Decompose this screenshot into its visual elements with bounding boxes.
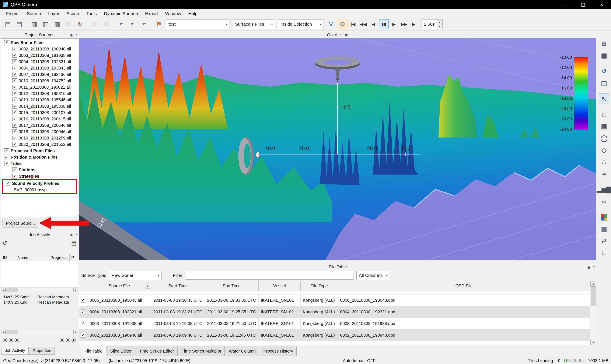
ellipse-select-icon[interactable]: ◯ — [599, 133, 609, 143]
column-header-end-time[interactable]: End Time — [205, 281, 259, 291]
tree-item-0014-20110308-195838-all[interactable]: ✓0014_20110308_195838.all — [1, 103, 78, 109]
play-icon[interactable]: ▶ — [389, 19, 399, 29]
checkbox-icon[interactable]: ✓ — [81, 310, 85, 314]
job-list-hscrollbar[interactable]: ◂ ▸ — [1, 288, 78, 292]
vessel-setup-icon[interactable]: ⚑ — [153, 19, 165, 29]
tab-process-history[interactable]: Process History — [260, 346, 297, 356]
checkbox-icon[interactable]: ✓ — [12, 142, 17, 147]
tree-item-strategies[interactable]: ✓Strategies — [1, 173, 78, 179]
svp-editor-icon[interactable]: ≈ — [115, 19, 127, 29]
tree-item-raw-sonar-files[interactable]: ✓Raw Sonar Files — [1, 39, 78, 46]
vessel-config-select[interactable]: test ▾ — [166, 20, 230, 29]
3d-scene[interactable]: 3142 40.0 20.0 20.0 40.0 -5.0 — [79, 38, 596, 260]
column-header-vessel[interactable]: Vessel — [259, 281, 301, 291]
menu-layer[interactable]: Layer — [45, 9, 63, 18]
checkbox-icon[interactable]: ✓ — [4, 148, 9, 153]
slice-tool-icon[interactable]: ▱ — [599, 196, 609, 207]
tab-properties[interactable]: Properties — [29, 347, 55, 355]
job-log-hscrollbar[interactable]: ◂ ▸ — [1, 330, 78, 334]
checkbox-icon[interactable]: ✓ — [12, 78, 17, 83]
tree-item-0011-20110308-195021-all[interactable]: ✓0011_20110308_195021.all — [1, 84, 78, 90]
checkbox-icon[interactable]: ✓ — [12, 59, 17, 64]
job-log-icon[interactable]: ▤ — [71, 240, 76, 247]
scroll-up-icon[interactable]: ▲ — [590, 281, 596, 286]
menu-help[interactable]: Help — [185, 9, 201, 18]
filter-input[interactable] — [186, 271, 353, 280]
checkbox-icon[interactable]: ✓ — [81, 321, 85, 326]
checkbox-icon[interactable]: ✓ — [12, 47, 17, 51]
scroll-left-icon[interactable]: ◂ — [1, 330, 5, 334]
sort-dropdown-icon[interactable]: ▾ — [145, 283, 150, 289]
swap-views-icon[interactable]: ⇄ — [599, 235, 609, 246]
checkbox-icon[interactable]: ✓ — [12, 123, 17, 128]
svp-apply-icon[interactable]: ≈ — [127, 19, 138, 29]
scene-canvas[interactable]: 3142 40.0 20.0 20.0 40.0 -5.0 — [79, 38, 596, 260]
import-processed-icon[interactable]: ▥ — [28, 19, 40, 29]
checkbox-icon[interactable]: ✓ — [12, 85, 17, 90]
checkbox-icon[interactable]: ✓ — [12, 72, 17, 77]
tree-item-position-motion-files[interactable]: ✓Position & Motion Files — [1, 154, 78, 160]
histogram-tool-icon[interactable]: ▂▅▇ — [599, 184, 609, 195]
tree-item-0013-20110308-195546-all[interactable]: ✓0013_20110308_195546.all — [1, 97, 78, 103]
handles-select-icon[interactable]: ▣ — [599, 121, 609, 132]
tree-item-0017-20110308-200646-all[interactable]: ✓0017_20110308_200646.all — [1, 122, 78, 129]
checkbox-icon[interactable]: ✓ — [12, 104, 17, 109]
zoom-extents-icon[interactable]: ◫ — [599, 78, 609, 88]
scrollbar-thumb[interactable] — [591, 286, 596, 306]
rescan-sources-icon[interactable]: ↻ — [74, 19, 86, 29]
close-panel-icon[interactable]: × — [593, 265, 595, 269]
file-table-scrollbar[interactable]: ▲ ▼ — [590, 281, 596, 345]
tab-file-table[interactable]: File Table — [81, 346, 106, 356]
skip-end-icon[interactable]: ▶| — [409, 19, 419, 29]
checkbox-icon[interactable]: ✓ — [12, 168, 17, 172]
tree-item-0002-20110308-190940-all[interactable]: ✓0002_20110308_190940.all — [1, 46, 78, 52]
pause-icon[interactable]: ▮▮ — [379, 19, 389, 29]
tree-item-tides[interactable]: ✓Tides — [1, 160, 78, 167]
tree-item-0018-20110308-200946-all[interactable]: ✓0018_20110308_200946.all — [1, 129, 78, 135]
close-panel-icon[interactable]: × — [75, 233, 77, 237]
profile-tool-icon[interactable]: ≈ — [599, 169, 609, 179]
tab-time-series-editor[interactable]: Time Series Editor — [135, 346, 178, 356]
scrollbar-thumb[interactable] — [5, 330, 18, 334]
checkbox-icon[interactable]: ✓ — [12, 136, 17, 140]
menu-window[interactable]: Window — [162, 9, 185, 18]
new-project-icon[interactable]: ▤ — [2, 19, 13, 29]
source-type-select[interactable]: Raw Sonar ▾ — [109, 271, 162, 280]
checkbox-icon[interactable]: ✓ — [4, 40, 9, 45]
tab-job-activity[interactable]: Job Activity — [1, 347, 29, 355]
minimize-button[interactable]: — — [555, 0, 574, 9]
process-configure-icon[interactable]: ▥ — [40, 19, 51, 29]
maximize-button[interactable]: □ — [574, 0, 592, 9]
column-header-source-file[interactable]: Source File▾ — [87, 281, 151, 291]
scatter-select-icon[interactable]: ∴ — [599, 157, 609, 167]
tree-item-processed-point-files[interactable]: ✓Processed Point Files — [1, 148, 78, 154]
tree-item-stations[interactable]: ✓Stations — [1, 167, 78, 173]
checkbox-icon[interactable]: ✓ — [81, 298, 85, 302]
checkbox-icon[interactable]: ✓ — [6, 181, 10, 186]
rewind-icon[interactable]: ◀◀ — [358, 19, 369, 29]
tree-item-0004-20110308-192321-all[interactable]: ✓0004_20110308_192321.all — [1, 59, 78, 65]
job-column-id[interactable]: ID — [1, 254, 16, 261]
float-panel-icon[interactable]: ▣ — [70, 33, 73, 37]
job-column-name[interactable]: Name — [16, 254, 49, 261]
grid-3d-icon[interactable]: ▦ — [599, 224, 609, 234]
column-header-file-type[interactable]: File Type — [301, 281, 338, 291]
scrollbar-track[interactable] — [590, 286, 596, 340]
tree-item-0006-20110308-193043-all[interactable]: ✓0006_20110308_193043.all — [1, 65, 78, 71]
tree-item-0015-20110308-200107-all[interactable]: ✓0015_20110308_200107.all — [1, 109, 78, 116]
colormap-icon[interactable] — [599, 212, 609, 222]
job-list[interactable] — [1, 261, 78, 287]
scrollbar-track[interactable] — [5, 330, 73, 334]
checkbox-icon[interactable]: ✓ — [12, 66, 17, 70]
spinner-down-icon[interactable]: ▾ — [437, 24, 442, 29]
scene-table-icon[interactable]: ⊞ — [599, 38, 609, 49]
tree-item-svp-00001-bsvp[interactable]: SVP_00001.bsvp — [3, 187, 76, 193]
fast-forward-icon[interactable]: ▶▶ — [399, 19, 409, 29]
checkbox-icon[interactable]: ✓ — [12, 110, 17, 115]
checkbox-icon[interactable]: ✓ — [12, 129, 17, 134]
columns-filter-select[interactable]: All Columns ▾ — [356, 271, 390, 280]
menu-scene[interactable]: Scene — [63, 9, 83, 18]
checkbox-icon[interactable]: ✓ — [81, 333, 85, 338]
tree-item-sound-velocity-profiles[interactable]: ✓Sound Velocity Profiles — [3, 180, 76, 187]
checkbox-icon[interactable]: ✓ — [4, 155, 9, 159]
